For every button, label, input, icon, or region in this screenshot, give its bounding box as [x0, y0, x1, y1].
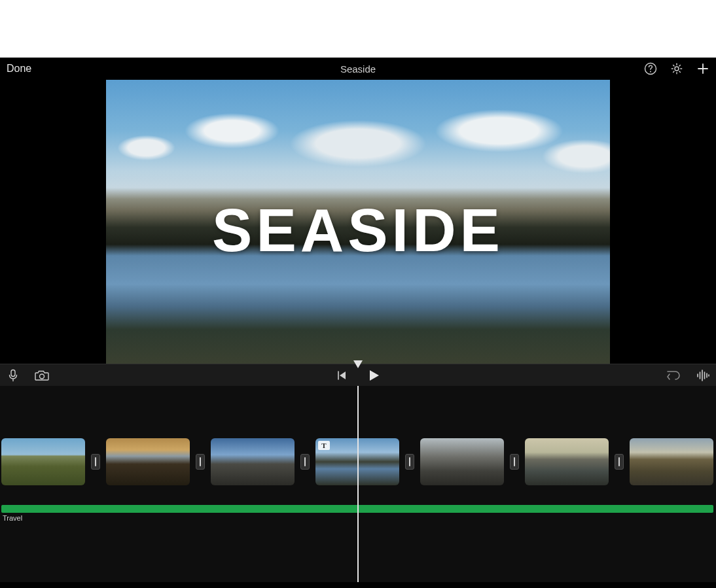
- timeline[interactable]: Travel: [0, 386, 716, 582]
- clip[interactable]: [525, 438, 609, 485]
- transition-icon[interactable]: [615, 454, 624, 470]
- clip[interactable]: [211, 438, 295, 485]
- svg-point-4: [40, 374, 45, 379]
- transport-bar: [0, 364, 716, 386]
- svg-point-2: [675, 67, 679, 71]
- help-icon[interactable]: [644, 62, 657, 75]
- top-bar: Done Seaside: [0, 58, 716, 80]
- video-preview[interactable]: SEASIDE: [106, 80, 610, 364]
- transition: [85, 452, 106, 472]
- clip[interactable]: [106, 438, 190, 485]
- transition: [399, 452, 420, 472]
- playhead-marker-icon: [353, 360, 363, 368]
- camera-icon[interactable]: [34, 369, 50, 382]
- imovie-editor: Done Seaside: [0, 58, 716, 588]
- playhead-line[interactable]: [357, 386, 359, 582]
- svg-rect-3: [11, 370, 15, 376]
- clip[interactable]: [1, 438, 85, 485]
- transition: [609, 452, 630, 472]
- skip-to-start-icon[interactable]: [335, 369, 348, 382]
- transition: [190, 452, 211, 472]
- transition-icon[interactable]: [300, 454, 310, 470]
- transition: [295, 452, 315, 472]
- clip[interactable]: [420, 438, 504, 485]
- transition-icon[interactable]: [91, 454, 100, 470]
- play-icon[interactable]: [367, 368, 381, 383]
- transition-icon[interactable]: [405, 454, 414, 470]
- audio-track-label: Travel: [3, 514, 22, 522]
- title-badge-icon: [318, 441, 330, 450]
- preview-area: SEASIDE: [0, 80, 716, 364]
- settings-icon[interactable]: [670, 62, 683, 75]
- transition: [504, 452, 525, 472]
- add-icon[interactable]: [696, 62, 709, 75]
- clip[interactable]: [630, 438, 713, 485]
- done-button[interactable]: Done: [7, 63, 31, 75]
- microphone-icon[interactable]: [7, 369, 20, 382]
- svg-point-1: [650, 71, 651, 72]
- project-title: Seaside: [0, 63, 716, 75]
- transition-icon[interactable]: [196, 454, 205, 470]
- transition-icon[interactable]: [510, 454, 519, 470]
- audio-waveform-icon[interactable]: [696, 369, 709, 382]
- title-overlay: SEASIDE: [106, 196, 610, 265]
- undo-icon[interactable]: [666, 369, 681, 382]
